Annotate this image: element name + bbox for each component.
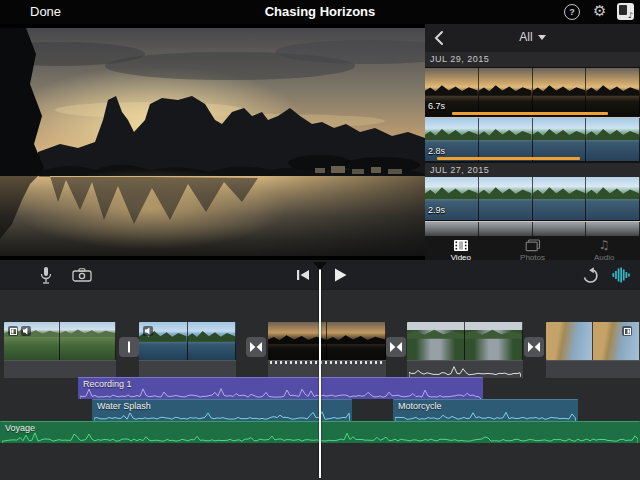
photos-tab-icon [525, 239, 541, 252]
clip-lower-section [546, 360, 640, 378]
skip-to-start-icon[interactable] [294, 260, 312, 290]
imovie-app: Done Chasing Horizons ? ⚙ ♪ [0, 0, 640, 480]
audio-tab-icon: ♫ [599, 239, 610, 252]
usage-indicator [452, 112, 608, 115]
audio-waveform [94, 410, 350, 421]
media-clip-lake-day[interactable]: 2.8s [425, 118, 640, 161]
transition-none-icon[interactable] [119, 337, 139, 357]
microphone-icon[interactable] [36, 260, 56, 290]
media-browser-panel: All JUL 29, 2015 6.7s 2.8s JUL 27, 2015 … [425, 24, 640, 264]
transition-dissolve-icon[interactable] [524, 337, 544, 357]
music-note-glyph: ♪ [628, 11, 633, 20]
clip-duration: 2.8s [428, 146, 445, 156]
usage-indicator [437, 157, 580, 160]
chevron-down-icon [538, 35, 546, 40]
audio-waveform [395, 410, 576, 421]
media-clip-lake-day-2[interactable]: 2.9s [425, 177, 640, 220]
clip-audio-dots [270, 361, 384, 364]
clip-duration: 2.9s [428, 205, 445, 215]
timeline-clip-road[interactable] [407, 322, 523, 360]
media-browser-header: All [425, 24, 640, 53]
media-filter-dropdown[interactable]: All [425, 30, 640, 44]
timeline-clip-sunset[interactable] [268, 322, 386, 360]
camera-icon[interactable] [70, 260, 94, 290]
video-preview[interactable] [0, 24, 425, 262]
media-filter-label: All [519, 30, 532, 44]
clip-audio-waveform [409, 363, 521, 377]
help-icon[interactable]: ? [564, 4, 580, 20]
mute-badge-icon [143, 326, 153, 336]
project-title: Chasing Horizons [0, 4, 640, 19]
undo-icon[interactable] [578, 260, 600, 290]
clip-lower-section [139, 360, 236, 378]
mute-badge-icon [21, 326, 31, 336]
filmstrip-thumbnails [425, 222, 640, 236]
top-navigation-bar: Done Chasing Horizons ? ⚙ ♪ [0, 0, 640, 24]
clip-duration: 6.7s [428, 101, 445, 111]
video-tab-icon [453, 239, 469, 252]
clip-lower-section [407, 360, 523, 378]
media-library-screen [619, 5, 627, 15]
play-button[interactable] [330, 260, 350, 290]
filmstrip-thumbnails [425, 118, 640, 161]
date-header: JUL 27, 2015 [425, 163, 640, 178]
audio-waveform [80, 387, 481, 399]
clip-lower-section [4, 360, 116, 378]
playhead-marker [313, 262, 327, 270]
audio-waveform-icon[interactable] [610, 260, 632, 290]
playhead-line[interactable] [319, 264, 321, 478]
preview-frame-sunset-lake [0, 24, 425, 262]
range-badge-icon [8, 326, 18, 336]
transition-dissolve-icon[interactable] [246, 337, 266, 357]
range-badge-icon [622, 326, 632, 336]
gear-icon[interactable]: ⚙ [593, 2, 606, 20]
timeline-clip-lake[interactable] [139, 322, 236, 360]
media-library-icon[interactable]: ♪ [617, 3, 634, 20]
filmstrip-thumbnails [425, 177, 640, 220]
media-clip-partial[interactable] [425, 222, 640, 236]
transition-dissolve-icon[interactable] [386, 337, 406, 357]
media-clip-sunset[interactable]: 6.7s [425, 68, 640, 116]
audio-track-recording[interactable]: Recording 1 [78, 377, 483, 399]
audio-track-motorcycle[interactable]: Motorcycle [393, 399, 578, 421]
filmstrip-thumbnails [425, 68, 640, 116]
audio-track-water-splash[interactable]: Water Splash [92, 399, 352, 421]
date-header: JUL 29, 2015 [425, 52, 640, 67]
